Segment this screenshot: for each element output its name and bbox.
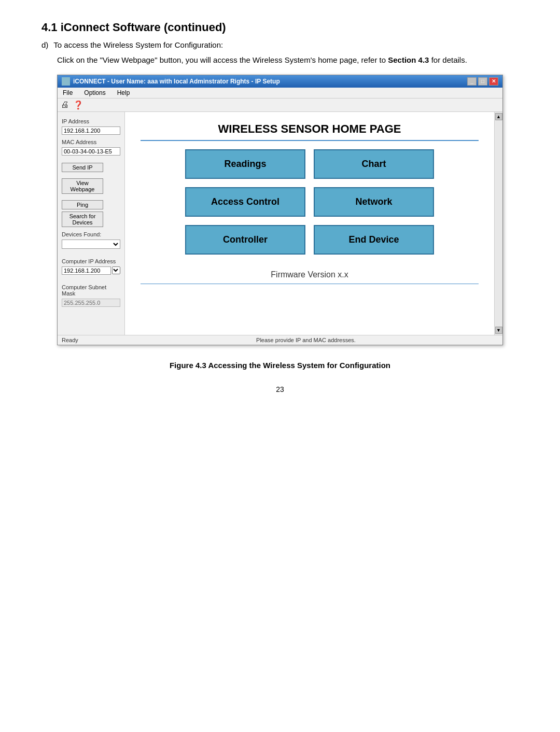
status-message: Please provide IP and MAC addresses. — [114, 337, 498, 343]
window-controls: _ □ ✕ — [467, 77, 498, 86]
page-number: 23 — [41, 385, 519, 393]
ip-address-label: IP Address — [62, 118, 120, 124]
mac-address-input[interactable] — [62, 147, 120, 156]
view-webpage-button[interactable]: View Webpage — [62, 178, 103, 194]
mac-address-label: MAC Address — [62, 139, 120, 145]
nav-button-grid: Readings Chart Access Control Network Co… — [185, 149, 434, 255]
computer-ip-input[interactable] — [62, 266, 111, 275]
close-button[interactable]: ✕ — [489, 77, 498, 86]
figure-caption: Figure 4.3 Accessing the Wireless System… — [41, 361, 519, 370]
window-titlebar: iCONNECT - User Name: aaa with local Adm… — [58, 75, 502, 88]
network-button[interactable]: Network — [314, 187, 434, 217]
item-text: To access the Wireless System for Config… — [53, 40, 223, 49]
maximize-button[interactable]: □ — [478, 77, 487, 86]
main-content: WIRELESS SENSOR HOME PAGE Readings Chart… — [125, 112, 494, 335]
print-icon[interactable]: 🖨 — [61, 100, 69, 109]
chart-button[interactable]: Chart — [314, 149, 434, 179]
ping-button[interactable]: Ping — [62, 200, 103, 209]
item-subtext: Click on the "View Webpage" button, you … — [57, 54, 519, 66]
computer-ip-select[interactable]: ▼ — [112, 266, 120, 274]
scroll-up-arrow[interactable]: ▲ — [495, 113, 502, 120]
item-label: d) — [41, 40, 48, 49]
minimize-button[interactable]: _ — [467, 77, 477, 86]
toolbar: 🖨 ❓ — [58, 98, 502, 112]
devices-found-label: Devices Found: — [62, 231, 120, 237]
computer-subnet-label: Computer Subnet Mask — [62, 284, 120, 297]
menubar: File Options Help — [58, 88, 502, 98]
computer-ip-label: Computer IP Address — [62, 258, 120, 264]
window-body: IP Address MAC Address Send IP View Webp… — [58, 112, 502, 335]
divider — [141, 284, 479, 284]
menu-help[interactable]: Help — [115, 89, 132, 97]
app-icon — [62, 77, 70, 86]
ip-address-input[interactable] — [62, 126, 120, 135]
devices-found-select[interactable] — [62, 240, 120, 249]
window-title: iCONNECT - User Name: aaa with local Adm… — [73, 78, 280, 85]
controller-button[interactable]: Controller — [185, 225, 305, 255]
search-devices-button[interactable]: Search for Devices — [62, 212, 103, 227]
iconnect-window: iCONNECT - User Name: aaa with local Adm… — [57, 75, 503, 345]
status-ready: Ready — [62, 337, 103, 343]
send-ip-button[interactable]: Send IP — [62, 163, 103, 172]
computer-subnet-input — [62, 299, 120, 307]
scrollbar[interactable]: ▲ ▼ — [494, 112, 502, 335]
section-heading: 4.1 iConnect Software (continued) — [41, 21, 519, 34]
menu-options[interactable]: Options — [82, 89, 107, 97]
sidebar: IP Address MAC Address Send IP View Webp… — [58, 112, 125, 335]
scroll-down-arrow[interactable]: ▼ — [495, 327, 502, 334]
end-device-button[interactable]: End Device — [314, 225, 434, 255]
help-icon[interactable]: ❓ — [73, 100, 83, 110]
firmware-version: Firmware Version x.x — [271, 270, 348, 279]
menu-file[interactable]: File — [61, 89, 75, 97]
readings-button[interactable]: Readings — [185, 149, 305, 179]
statusbar: Ready Please provide IP and MAC addresse… — [58, 335, 502, 345]
access-control-button[interactable]: Access Control — [185, 187, 305, 217]
page-title: WIRELESS SENSOR HOME PAGE — [141, 122, 479, 141]
